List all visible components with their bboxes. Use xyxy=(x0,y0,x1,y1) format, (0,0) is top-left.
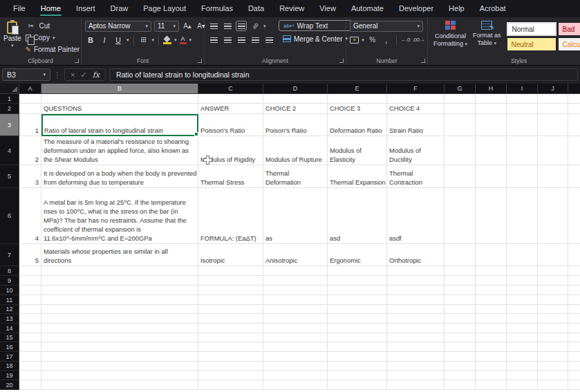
cell-C3[interactable]: Poisson's Ratio xyxy=(198,114,263,136)
select-all-corner[interactable] xyxy=(0,84,19,94)
cell-I18[interactable] xyxy=(507,362,538,371)
cell-A7[interactable]: 5 xyxy=(19,244,41,266)
enter-icon[interactable]: ✓ xyxy=(80,71,86,80)
cell-F11[interactable] xyxy=(387,295,445,305)
orientation-button[interactable]: ab xyxy=(250,21,261,31)
cell-B10[interactable] xyxy=(41,286,198,295)
cell-C8[interactable] xyxy=(198,266,263,276)
cell-E11[interactable] xyxy=(328,295,387,305)
row-header-12[interactable]: 12 xyxy=(0,305,19,314)
align-middle-button[interactable] xyxy=(222,21,233,31)
cell-E6[interactable]: asd xyxy=(328,188,387,244)
increase-decimal-button[interactable]: ←.0 xyxy=(401,37,410,43)
cell-E16[interactable] xyxy=(328,342,387,352)
row-header-2[interactable]: 2 xyxy=(0,104,19,114)
cell-H2[interactable] xyxy=(476,104,507,114)
decrease-decimal-button[interactable]: .00→ xyxy=(413,37,424,43)
cell-D13[interactable] xyxy=(263,314,328,324)
cell-A12[interactable] xyxy=(19,305,41,314)
cell-K13[interactable] xyxy=(568,314,580,324)
cell-K14[interactable] xyxy=(568,324,580,333)
cell-D12[interactable] xyxy=(263,305,328,314)
cell-I13[interactable] xyxy=(507,314,538,324)
cell-G6[interactable] xyxy=(445,188,476,244)
cell-B15[interactable] xyxy=(41,333,198,342)
cell-J11[interactable] xyxy=(538,295,568,305)
cell-F15[interactable] xyxy=(387,333,445,342)
cell-H9[interactable] xyxy=(476,276,507,286)
number-dialog-launcher-icon[interactable] xyxy=(421,59,425,63)
cell-F20[interactable] xyxy=(387,380,445,390)
cell-B17[interactable] xyxy=(41,352,198,362)
cell-D5[interactable]: Thermal Deformation xyxy=(263,165,328,188)
decrease-indent-button[interactable] xyxy=(250,35,261,45)
cell-F14[interactable] xyxy=(387,324,445,333)
cell-H3[interactable] xyxy=(476,114,507,136)
align-right-button[interactable] xyxy=(236,35,247,45)
cell-F10[interactable] xyxy=(387,286,445,295)
cell-K19[interactable] xyxy=(568,371,580,380)
chevron-down-icon[interactable]: ▾ xyxy=(189,37,192,43)
cell-C11[interactable] xyxy=(198,295,263,305)
cell-H4[interactable] xyxy=(476,136,507,165)
cell-G13[interactable] xyxy=(445,314,476,324)
cell-G15[interactable] xyxy=(445,333,476,342)
cell-style-calculation[interactable]: Calculation xyxy=(558,37,580,51)
cell-A5[interactable]: 3 xyxy=(19,165,41,188)
cell-F12[interactable] xyxy=(387,305,445,314)
cell-B13[interactable] xyxy=(41,314,198,324)
cell-A19[interactable] xyxy=(19,371,41,380)
cell-F3[interactable]: Strain Ratio xyxy=(387,114,445,136)
cell-K10[interactable] xyxy=(568,286,580,295)
cell-D14[interactable] xyxy=(263,324,328,333)
row-header-7[interactable]: 7 xyxy=(0,244,19,266)
ribbon-tab-file[interactable]: File xyxy=(6,0,33,17)
row-header-17[interactable]: 17 xyxy=(0,352,19,362)
cell-K7[interactable] xyxy=(568,244,580,266)
cell-G7[interactable] xyxy=(445,244,476,266)
cell-A2[interactable] xyxy=(19,104,41,114)
cell-B8[interactable] xyxy=(41,266,198,276)
cell-F6[interactable]: asdf xyxy=(387,188,445,244)
fill-color-button[interactable] xyxy=(163,36,171,44)
cell-H17[interactable] xyxy=(476,352,507,362)
cell-H20[interactable] xyxy=(476,380,507,390)
cell-K15[interactable] xyxy=(568,333,580,342)
cell-E18[interactable] xyxy=(328,362,387,371)
cell-H10[interactable] xyxy=(476,286,507,295)
cell-I9[interactable] xyxy=(507,276,538,286)
row-header-3[interactable]: 3 xyxy=(0,114,19,136)
cell-C7[interactable]: Isotropic xyxy=(198,244,263,266)
cell-A13[interactable] xyxy=(19,314,41,324)
number-format-select[interactable]: General ▾ xyxy=(350,21,423,32)
column-header-C[interactable]: C xyxy=(198,84,263,94)
ribbon-tab-draw[interactable]: Draw xyxy=(103,0,136,17)
cell-D1[interactable] xyxy=(263,94,328,104)
cell-K20[interactable] xyxy=(568,380,580,390)
ribbon-tab-developer[interactable]: Developer xyxy=(391,0,441,17)
clipboard-dialog-launcher-icon[interactable] xyxy=(75,59,79,63)
cell-J19[interactable] xyxy=(538,371,568,380)
cell-H5[interactable] xyxy=(476,165,507,188)
cell-J6[interactable] xyxy=(538,188,568,244)
cell-A18[interactable] xyxy=(19,362,41,371)
cell-G20[interactable] xyxy=(445,380,476,390)
formula-bar-grip-icon[interactable]: ⋮ xyxy=(54,71,61,79)
cell-C6[interactable]: FORMULA: (EaΔT) xyxy=(198,188,263,244)
cell-G5[interactable] xyxy=(445,165,476,188)
cell-I7[interactable] xyxy=(507,244,538,266)
cell-G18[interactable] xyxy=(445,362,476,371)
font-dialog-launcher-icon[interactable] xyxy=(198,59,202,63)
cell-J1[interactable] xyxy=(538,94,568,104)
cell-A20[interactable] xyxy=(19,380,41,390)
cell-E14[interactable] xyxy=(328,324,387,333)
column-header-I[interactable]: I xyxy=(507,84,538,94)
cell-I11[interactable] xyxy=(507,295,538,305)
column-header-F[interactable]: F xyxy=(387,84,445,94)
row-header-10[interactable]: 10 xyxy=(0,286,19,295)
cell-G2[interactable] xyxy=(445,104,476,114)
cell-C14[interactable] xyxy=(198,324,263,333)
cell-B7[interactable]: Materials whose properties are similar i… xyxy=(41,244,198,266)
cell-B1[interactable] xyxy=(41,94,198,104)
cell-H13[interactable] xyxy=(476,314,507,324)
